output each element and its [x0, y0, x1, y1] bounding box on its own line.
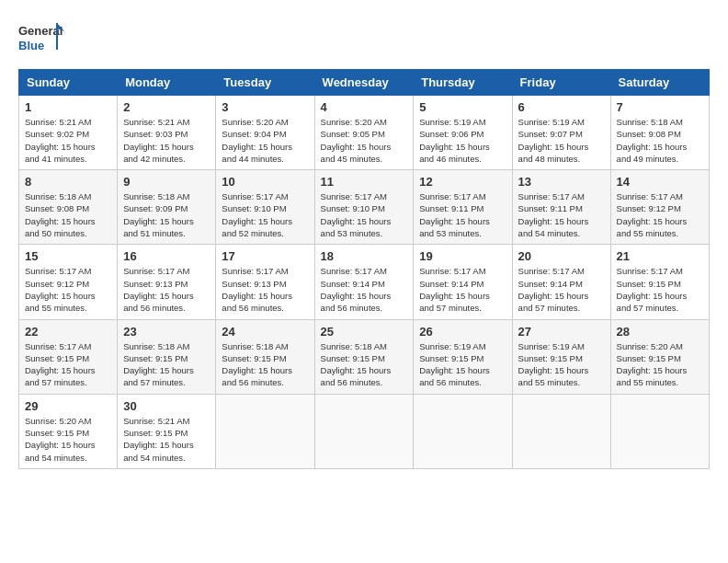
day-info: Sunrise: 5:17 AM Sunset: 9:14 PM Dayligh…: [419, 265, 506, 314]
day-info: Sunrise: 5:21 AM Sunset: 9:03 PM Dayligh…: [123, 116, 210, 165]
day-number: 24: [222, 325, 308, 339]
day-info: Sunrise: 5:17 AM Sunset: 9:11 PM Dayligh…: [518, 190, 605, 239]
calendar-week-row: 29Sunrise: 5:20 AM Sunset: 9:15 PM Dayli…: [19, 394, 710, 468]
calendar-cell: [216, 394, 314, 468]
calendar-cell: 23Sunrise: 5:18 AM Sunset: 9:15 PM Dayli…: [118, 319, 216, 394]
calendar-cell: 15Sunrise: 5:17 AM Sunset: 9:12 PM Dayli…: [19, 245, 118, 319]
calendar-cell: 14Sunrise: 5:17 AM Sunset: 9:12 PM Dayli…: [610, 170, 709, 245]
day-info: Sunrise: 5:20 AM Sunset: 9:15 PM Dayligh…: [25, 415, 111, 464]
logo: General Blue: [18, 18, 64, 60]
calendar-week-row: 1Sunrise: 5:21 AM Sunset: 9:02 PM Daylig…: [19, 96, 710, 170]
column-header-saturday: Saturday: [610, 70, 709, 96]
day-info: Sunrise: 5:17 AM Sunset: 9:13 PM Dayligh…: [222, 265, 308, 314]
calendar-week-row: 15Sunrise: 5:17 AM Sunset: 9:12 PM Dayli…: [19, 245, 710, 319]
day-number: 9: [123, 175, 210, 189]
calendar-cell: 27Sunrise: 5:19 AM Sunset: 9:15 PM Dayli…: [512, 319, 610, 394]
day-info: Sunrise: 5:17 AM Sunset: 9:10 PM Dayligh…: [222, 190, 308, 239]
day-number: 16: [123, 249, 210, 263]
calendar-cell: 4Sunrise: 5:20 AM Sunset: 9:05 PM Daylig…: [314, 96, 414, 170]
calendar-cell: 25Sunrise: 5:18 AM Sunset: 9:15 PM Dayli…: [314, 319, 414, 394]
day-number: 30: [123, 399, 210, 413]
day-info: Sunrise: 5:20 AM Sunset: 9:05 PM Dayligh…: [321, 116, 408, 165]
logo-svg: General Blue: [18, 18, 64, 60]
calendar-cell: [314, 394, 414, 468]
day-number: 5: [419, 100, 506, 114]
calendar-week-row: 22Sunrise: 5:17 AM Sunset: 9:15 PM Dayli…: [19, 319, 710, 394]
calendar-cell: [610, 394, 709, 468]
calendar-cell: 30Sunrise: 5:21 AM Sunset: 9:15 PM Dayli…: [118, 394, 216, 468]
day-info: Sunrise: 5:21 AM Sunset: 9:15 PM Dayligh…: [123, 415, 210, 464]
day-info: Sunrise: 5:19 AM Sunset: 9:15 PM Dayligh…: [518, 340, 605, 389]
calendar-cell: 20Sunrise: 5:17 AM Sunset: 9:14 PM Dayli…: [512, 245, 610, 319]
day-number: 21: [617, 249, 703, 263]
day-info: Sunrise: 5:18 AM Sunset: 9:08 PM Dayligh…: [25, 190, 111, 239]
day-info: Sunrise: 5:18 AM Sunset: 9:15 PM Dayligh…: [321, 340, 408, 389]
calendar-cell: 7Sunrise: 5:18 AM Sunset: 9:08 PM Daylig…: [610, 96, 709, 170]
day-number: 7: [617, 100, 703, 114]
column-header-wednesday: Wednesday: [314, 70, 414, 96]
day-info: Sunrise: 5:21 AM Sunset: 9:02 PM Dayligh…: [25, 116, 111, 165]
day-number: 20: [518, 249, 605, 263]
calendar-cell: 11Sunrise: 5:17 AM Sunset: 9:10 PM Dayli…: [314, 170, 414, 245]
day-number: 6: [518, 100, 605, 114]
day-number: 8: [25, 175, 111, 189]
day-number: 2: [123, 100, 210, 114]
day-info: Sunrise: 5:19 AM Sunset: 9:07 PM Dayligh…: [518, 116, 605, 165]
calendar-cell: 24Sunrise: 5:18 AM Sunset: 9:15 PM Dayli…: [216, 319, 314, 394]
calendar-cell: 16Sunrise: 5:17 AM Sunset: 9:13 PM Dayli…: [118, 245, 216, 319]
column-header-sunday: Sunday: [19, 70, 118, 96]
day-number: 14: [617, 175, 703, 189]
calendar-cell: 19Sunrise: 5:17 AM Sunset: 9:14 PM Dayli…: [414, 245, 512, 319]
day-info: Sunrise: 5:17 AM Sunset: 9:12 PM Dayligh…: [25, 265, 111, 314]
column-header-tuesday: Tuesday: [216, 70, 314, 96]
page-header: General Blue: [18, 18, 710, 60]
day-number: 17: [222, 249, 308, 263]
day-number: 18: [321, 249, 408, 263]
day-number: 11: [321, 175, 408, 189]
calendar-cell: 8Sunrise: 5:18 AM Sunset: 9:08 PM Daylig…: [19, 170, 118, 245]
calendar-cell: 18Sunrise: 5:17 AM Sunset: 9:14 PM Dayli…: [314, 245, 414, 319]
day-number: 15: [25, 249, 111, 263]
calendar-cell: 2Sunrise: 5:21 AM Sunset: 9:03 PM Daylig…: [118, 96, 216, 170]
calendar-cell: 12Sunrise: 5:17 AM Sunset: 9:11 PM Dayli…: [414, 170, 512, 245]
calendar-cell: 5Sunrise: 5:19 AM Sunset: 9:06 PM Daylig…: [414, 96, 512, 170]
day-info: Sunrise: 5:19 AM Sunset: 9:06 PM Dayligh…: [419, 116, 506, 165]
day-number: 10: [222, 175, 308, 189]
day-info: Sunrise: 5:20 AM Sunset: 9:15 PM Dayligh…: [617, 340, 703, 389]
day-number: 29: [25, 399, 111, 413]
day-info: Sunrise: 5:18 AM Sunset: 9:08 PM Dayligh…: [617, 116, 703, 165]
day-number: 3: [222, 100, 308, 114]
calendar-week-row: 8Sunrise: 5:18 AM Sunset: 9:08 PM Daylig…: [19, 170, 710, 245]
day-number: 4: [321, 100, 408, 114]
calendar-cell: 1Sunrise: 5:21 AM Sunset: 9:02 PM Daylig…: [19, 96, 118, 170]
day-info: Sunrise: 5:20 AM Sunset: 9:04 PM Dayligh…: [222, 116, 308, 165]
day-number: 25: [321, 325, 408, 339]
day-info: Sunrise: 5:17 AM Sunset: 9:11 PM Dayligh…: [419, 190, 506, 239]
calendar-cell: 6Sunrise: 5:19 AM Sunset: 9:07 PM Daylig…: [512, 96, 610, 170]
day-info: Sunrise: 5:17 AM Sunset: 9:14 PM Dayligh…: [518, 265, 605, 314]
calendar-header-row: SundayMondayTuesdayWednesdayThursdayFrid…: [19, 70, 710, 96]
day-number: 28: [617, 325, 703, 339]
calendar-cell: 28Sunrise: 5:20 AM Sunset: 9:15 PM Dayli…: [610, 319, 709, 394]
day-info: Sunrise: 5:17 AM Sunset: 9:14 PM Dayligh…: [321, 265, 408, 314]
calendar-cell: 17Sunrise: 5:17 AM Sunset: 9:13 PM Dayli…: [216, 245, 314, 319]
day-info: Sunrise: 5:18 AM Sunset: 9:09 PM Dayligh…: [123, 190, 210, 239]
calendar-table: SundayMondayTuesdayWednesdayThursdayFrid…: [18, 69, 710, 469]
calendar-cell: 22Sunrise: 5:17 AM Sunset: 9:15 PM Dayli…: [19, 319, 118, 394]
calendar-cell: [414, 394, 512, 468]
calendar-cell: [512, 394, 610, 468]
day-number: 13: [518, 175, 605, 189]
day-info: Sunrise: 5:17 AM Sunset: 9:13 PM Dayligh…: [123, 265, 210, 314]
column-header-thursday: Thursday: [414, 70, 512, 96]
calendar-cell: 3Sunrise: 5:20 AM Sunset: 9:04 PM Daylig…: [216, 96, 314, 170]
calendar-cell: 21Sunrise: 5:17 AM Sunset: 9:15 PM Dayli…: [610, 245, 709, 319]
svg-text:Blue: Blue: [18, 39, 44, 52]
day-info: Sunrise: 5:18 AM Sunset: 9:15 PM Dayligh…: [222, 340, 308, 389]
day-info: Sunrise: 5:17 AM Sunset: 9:15 PM Dayligh…: [25, 340, 111, 389]
column-header-monday: Monday: [118, 70, 216, 96]
calendar-cell: 10Sunrise: 5:17 AM Sunset: 9:10 PM Dayli…: [216, 170, 314, 245]
day-number: 27: [518, 325, 605, 339]
day-number: 12: [419, 175, 506, 189]
day-info: Sunrise: 5:19 AM Sunset: 9:15 PM Dayligh…: [419, 340, 506, 389]
column-header-friday: Friday: [512, 70, 610, 96]
